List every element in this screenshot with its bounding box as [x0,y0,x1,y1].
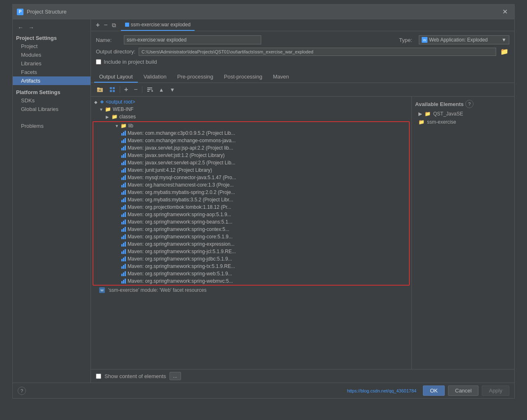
tab-maven-label: Maven [273,74,289,80]
tree-item-output-root[interactable]: ◆ ❖ <output root> [91,98,411,106]
available-item-qst[interactable]: ▶ 📁 QST_JavaSE [412,110,514,118]
type-selector[interactable]: W Web Application: Exploded ▼ [419,35,509,44]
maven-entry-7[interactable]: Maven: org.hamcrest:hamcrest-core:1.3 (P… [93,181,409,189]
artifact-tab-label: ssm-exercise:war exploded [131,22,190,28]
maven-icon-4 [121,160,126,165]
maven-label-20: Maven: org.springframework:spring-webmvc… [128,278,233,284]
maven-entry-11[interactable]: Maven: org.springframework:spring-aop:5.… [93,211,409,218]
nav-forward-button[interactable]: → [27,23,36,32]
maven-entry-18[interactable]: Maven: org.springframework:spring-tx:5.1… [93,263,409,270]
dialog-title: Project Structure [27,9,67,15]
form-area: Name: Type: W Web Application: Exploded … [91,31,514,72]
apply-button[interactable]: Apply [482,385,509,396]
sidebar-item-modules[interactable]: Modules [13,51,91,59]
artifact-tab[interactable]: ssm-exercise:war exploded [121,19,195,31]
available-header: Available Elements ? [412,98,514,110]
name-input[interactable] [124,35,261,44]
maven-icon-0 [121,131,126,136]
maven-icon-8 [121,190,126,195]
tree-item-lib[interactable]: ▼ 📁 lib [93,122,409,129]
maven-entry-15[interactable]: Maven: org.springframework:spring-expres… [93,240,409,248]
move-down-button[interactable]: ▼ [167,85,178,94]
copy-artifact-button[interactable]: ⧉ [110,21,118,30]
tab-pre-processing-label: Pre-processing [177,74,213,80]
maven-entry-20[interactable]: Maven: org.springframework:spring-webmvc… [93,277,409,285]
dialog-action-buttons: OK Cancel Apply [423,385,509,396]
available-item-ssm[interactable]: 📁 ssm-exercise [412,118,514,126]
output-toolbar: + + − [91,83,514,97]
tab-output-layout[interactable]: Output Layout [94,72,138,83]
maven-icon-16 [121,249,126,254]
classes-folder-icon: 📁 [111,114,118,120]
classes-label: classes [119,114,136,120]
add-element-button[interactable]: + [122,85,130,95]
nav-back-button[interactable]: ← [16,23,25,32]
sidebar-item-libraries[interactable]: Libraries [13,59,91,68]
maven-icon-17 [121,256,126,261]
web-module-label: 'ssm-exercise' module: 'Web' facet resou… [108,287,207,293]
sidebar-item-label: Problems [21,123,44,129]
close-button[interactable]: ✕ [500,7,510,16]
maven-entry-0[interactable]: Maven: com.mchange:c3p0:0.9.5.2 (Project… [93,129,409,137]
maven-entry-14[interactable]: Maven: org.springframework:spring-core:5… [93,233,409,240]
tab-post-processing[interactable]: Post-processing [219,72,267,83]
cancel-button[interactable]: Cancel [448,385,478,396]
maven-icon-3 [121,153,126,158]
maven-entry-5[interactable]: Maven: junit:junit:4.12 (Project Library… [93,166,409,174]
maven-entry-8[interactable]: Maven: org.mybatis:mybatis-spring:2.0.2 … [93,189,409,196]
tab-maven[interactable]: Maven [268,72,294,83]
ok-button[interactable]: OK [423,385,445,396]
maven-label-17: Maven: org.springframework:spring-jdbc:5… [128,256,232,262]
tree-item-classes[interactable]: ▶ 📁 classes [91,113,411,120]
sidebar-item-global-libraries[interactable]: Global Libraries [13,105,91,113]
output-dir-input[interactable] [139,48,496,56]
maven-entry-9[interactable]: Maven: org.mybatis:mybatis:3.5.2 (Projec… [93,196,409,203]
sidebar-item-sdks[interactable]: SDKs [13,96,91,105]
toolbar-separator-2 [142,86,142,93]
lib-collapse-icon: ▼ [115,124,119,128]
move-up-button[interactable]: ▲ [156,85,167,94]
maven-entry-3[interactable]: Maven: javax.servlet:jstl:1.2 (Project L… [93,152,409,159]
tree-item-web-inf[interactable]: ▼ 📁 WEB-INF [91,106,411,113]
view-toggle-button[interactable] [107,85,118,94]
sidebar-item-problems[interactable]: Problems [13,122,91,130]
status-url: https://blog.csdn.net/qq_43601784 [26,388,423,393]
svg-rect-3 [110,87,112,89]
remove-artifact-button[interactable]: − [102,21,109,30]
tab-pre-processing[interactable]: Pre-processing [172,72,218,83]
app-icon: P [17,9,23,15]
dialog-help-button[interactable]: ? [18,387,26,395]
bottom-bar: Show content of elements ... [91,369,514,383]
create-directory-button[interactable]: + [94,85,106,94]
sort-button[interactable] [144,85,156,94]
remove-element-button[interactable]: − [131,85,140,95]
show-content-checkbox[interactable] [96,374,101,379]
maven-entry-17[interactable]: Maven: org.springframework:spring-jdbc:5… [93,255,409,263]
maven-entry-19[interactable]: Maven: org.springframework:spring-web:5.… [93,270,409,277]
maven-icon-10 [121,205,126,210]
sidebar-item-facets[interactable]: Facets [13,68,91,76]
maven-entry-4[interactable]: Maven: javax.servlet:servlet-api:2.5 (Pr… [93,159,409,166]
maven-entry-12[interactable]: Maven: org.springframework:spring-beans:… [93,218,409,226]
add-artifact-button[interactable]: + [94,21,101,30]
sidebar-item-project[interactable]: Project [13,42,91,51]
include-build-checkbox[interactable] [96,59,101,65]
maven-label-3: Maven: javax.servlet:jstl:1.2 (Project L… [128,152,225,158]
maven-entry-16[interactable]: Maven: org.springframework:spring-jcl:5.… [93,248,409,255]
maven-entry-13[interactable]: Maven: org.springframework:spring-contex… [93,226,409,233]
show-content-more-button[interactable]: ... [169,372,181,380]
dropdown-arrow-icon: ▼ [501,37,506,43]
tree-item-web-module[interactable]: W 'ssm-exercise' module: 'Web' facet res… [91,286,411,294]
maven-entry-2[interactable]: Maven: javax.servlet.jsp:jsp-api:2.2 (Pr… [93,144,409,152]
maven-icon-15 [121,242,126,247]
tab-validation-label: Validation [144,74,167,80]
maven-entry-1[interactable]: Maven: com.mchange:mchange-commons-java.… [93,137,409,144]
maven-entry-10[interactable]: Maven: org.projectlombok:lombok:1.18.12 … [93,203,409,211]
browse-directory-button[interactable]: 📁 [499,47,509,56]
tab-validation[interactable]: Validation [139,72,172,83]
sidebar-item-artifacts[interactable]: Artifacts [13,76,91,85]
web-inf-folder-icon: 📁 [105,106,111,112]
lib-label: lib [128,123,133,129]
available-help-button[interactable]: ? [465,100,474,108]
maven-entry-6[interactable]: Maven: mysql:mysql-connector-java:5.1.47… [93,174,409,181]
